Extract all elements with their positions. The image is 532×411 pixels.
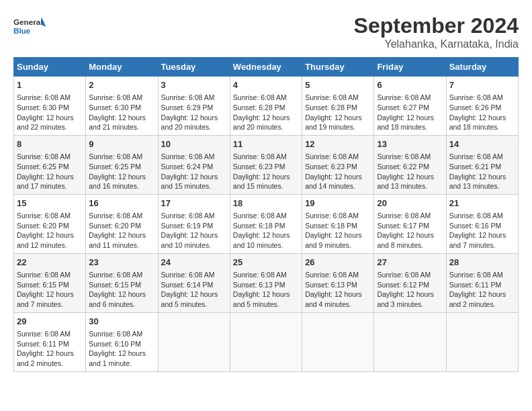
daylight-label: Daylight: 12 hours <box>377 113 434 122</box>
header-day-thursday: Thursday <box>302 58 374 77</box>
day-number: 9 <box>89 138 154 150</box>
day-number: 20 <box>377 197 443 210</box>
sunset-label: Sunset: 6:18 PM <box>233 222 285 230</box>
sunrise-label: Sunrise: 6:08 AM <box>449 212 503 220</box>
title-area: September 2024 Yelahanka, Karnataka, Ind… <box>354 13 519 50</box>
sunset-label: Sunset: 6:20 PM <box>17 222 69 230</box>
daylight-minutes: and 7 minutes. <box>17 300 63 308</box>
daylight-label: Daylight: 12 hours <box>17 290 74 298</box>
sunrise-label: Sunrise: 6:08 AM <box>161 93 215 101</box>
day-number: 25 <box>233 257 299 269</box>
daylight-minutes: and 9 minutes. <box>305 241 351 249</box>
daylight-label: Daylight: 12 hours <box>449 290 506 298</box>
calendar-cell: 22 Sunrise: 6:08 AM Sunset: 6:15 PM Dayl… <box>14 253 86 312</box>
daylight-minutes: and 4 minutes. <box>305 300 351 308</box>
sunrise-label: Sunrise: 6:08 AM <box>17 271 71 279</box>
daylight-minutes: and 18 minutes. <box>377 123 427 131</box>
day-number: 12 <box>305 138 371 150</box>
day-number: 19 <box>305 197 371 210</box>
daylight-minutes: and 8 minutes. <box>377 241 423 249</box>
sunset-label: Sunset: 6:25 PM <box>89 163 141 171</box>
daylight-minutes: and 19 minutes. <box>305 123 355 131</box>
sunset-label: Sunset: 6:17 PM <box>377 222 429 230</box>
calendar-week-4: 22 Sunrise: 6:08 AM Sunset: 6:15 PM Dayl… <box>14 253 519 312</box>
day-number: 4 <box>233 79 299 91</box>
logo: General Blue <box>13 13 47 40</box>
sunrise-label: Sunrise: 6:08 AM <box>17 212 71 220</box>
daylight-label: Daylight: 12 hours <box>161 290 218 298</box>
daylight-label: Daylight: 12 hours <box>233 113 290 122</box>
daylight-minutes: and 14 minutes. <box>305 182 355 190</box>
day-number: 7 <box>449 79 515 91</box>
sunset-label: Sunset: 6:12 PM <box>377 281 429 289</box>
daylight-minutes: and 18 minutes. <box>449 123 500 131</box>
calendar-cell: 24 Sunrise: 6:08 AM Sunset: 6:14 PM Dayl… <box>158 253 230 312</box>
calendar-cell: 12 Sunrise: 6:08 AM Sunset: 6:23 PM Dayl… <box>302 135 374 194</box>
daylight-label: Daylight: 12 hours <box>233 173 290 181</box>
page-subtitle: Yelahanka, Karnataka, India <box>354 38 519 50</box>
daylight-label: Daylight: 12 hours <box>449 173 506 181</box>
sunset-label: Sunset: 6:15 PM <box>89 281 141 289</box>
daylight-label: Daylight: 12 hours <box>305 113 362 122</box>
sunrise-label: Sunrise: 6:08 AM <box>233 93 287 101</box>
calendar-cell <box>374 312 446 371</box>
calendar-cell: 2 Sunrise: 6:08 AM Sunset: 6:30 PM Dayli… <box>86 77 158 136</box>
daylight-minutes: and 12 minutes. <box>17 241 67 249</box>
sunrise-label: Sunrise: 6:08 AM <box>161 271 215 279</box>
daylight-label: Daylight: 12 hours <box>377 231 434 239</box>
daylight-minutes: and 5 minutes. <box>233 300 279 308</box>
day-number: 16 <box>89 197 154 210</box>
calendar-cell: 13 Sunrise: 6:08 AM Sunset: 6:22 PM Dayl… <box>374 135 446 194</box>
calendar-cell: 19 Sunrise: 6:08 AM Sunset: 6:18 PM Dayl… <box>302 194 374 253</box>
sunset-label: Sunset: 6:10 PM <box>89 340 141 348</box>
calendar-week-5: 29 Sunrise: 6:08 AM Sunset: 6:11 PM Dayl… <box>14 312 519 371</box>
day-number: 22 <box>17 257 83 269</box>
sunset-label: Sunset: 6:30 PM <box>17 103 69 111</box>
svg-text:General: General <box>13 17 42 26</box>
sunrise-label: Sunrise: 6:08 AM <box>377 93 431 101</box>
day-number: 2 <box>89 79 154 91</box>
day-number: 14 <box>449 138 515 150</box>
daylight-minutes: and 1 minute. <box>89 359 132 367</box>
calendar-cell <box>302 312 374 371</box>
sunset-label: Sunset: 6:13 PM <box>305 281 357 289</box>
daylight-label: Daylight: 12 hours <box>233 290 290 298</box>
daylight-minutes: and 13 minutes. <box>449 182 500 190</box>
header-day-friday: Friday <box>374 58 446 77</box>
daylight-minutes: and 10 minutes. <box>161 241 212 249</box>
daylight-label: Daylight: 12 hours <box>377 173 434 181</box>
daylight-label: Daylight: 12 hours <box>449 113 506 122</box>
sunset-label: Sunset: 6:28 PM <box>233 103 285 111</box>
calendar-week-3: 15 Sunrise: 6:08 AM Sunset: 6:20 PM Dayl… <box>14 194 519 253</box>
calendar-cell: 10 Sunrise: 6:08 AM Sunset: 6:24 PM Dayl… <box>158 135 230 194</box>
daylight-label: Daylight: 12 hours <box>377 290 434 298</box>
daylight-label: Daylight: 12 hours <box>17 113 74 122</box>
daylight-minutes: and 2 minutes. <box>17 359 63 367</box>
header-day-sunday: Sunday <box>14 58 86 77</box>
day-number: 18 <box>233 197 299 210</box>
calendar-cell: 21 Sunrise: 6:08 AM Sunset: 6:16 PM Dayl… <box>446 194 518 253</box>
calendar-cell: 5 Sunrise: 6:08 AM Sunset: 6:28 PM Dayli… <box>302 77 374 136</box>
sunrise-label: Sunrise: 6:08 AM <box>377 271 431 279</box>
page-title: September 2024 <box>354 13 519 38</box>
daylight-label: Daylight: 12 hours <box>89 113 146 122</box>
sunrise-label: Sunrise: 6:08 AM <box>17 330 71 338</box>
day-number: 15 <box>17 197 83 210</box>
calendar-table: SundayMondayTuesdayWednesdayThursdayFrid… <box>13 57 519 372</box>
header-day-wednesday: Wednesday <box>230 58 302 77</box>
sunrise-label: Sunrise: 6:08 AM <box>305 93 359 101</box>
daylight-label: Daylight: 12 hours <box>89 231 146 239</box>
day-number: 17 <box>161 197 227 210</box>
daylight-label: Daylight: 12 hours <box>89 290 146 298</box>
logo-icon: General Blue <box>13 13 47 40</box>
calendar-cell <box>158 312 230 371</box>
calendar-cell: 8 Sunrise: 6:08 AM Sunset: 6:25 PM Dayli… <box>14 135 86 194</box>
header: General Blue September 2024 Yelahanka, K… <box>13 13 519 50</box>
sunset-label: Sunset: 6:28 PM <box>305 103 357 111</box>
daylight-minutes: and 20 minutes. <box>161 123 212 131</box>
sunset-label: Sunset: 6:27 PM <box>377 103 429 111</box>
daylight-minutes: and 7 minutes. <box>449 241 496 249</box>
daylight-minutes: and 22 minutes. <box>17 123 67 131</box>
day-number: 5 <box>305 79 371 91</box>
calendar-cell: 28 Sunrise: 6:08 AM Sunset: 6:11 PM Dayl… <box>446 253 518 312</box>
